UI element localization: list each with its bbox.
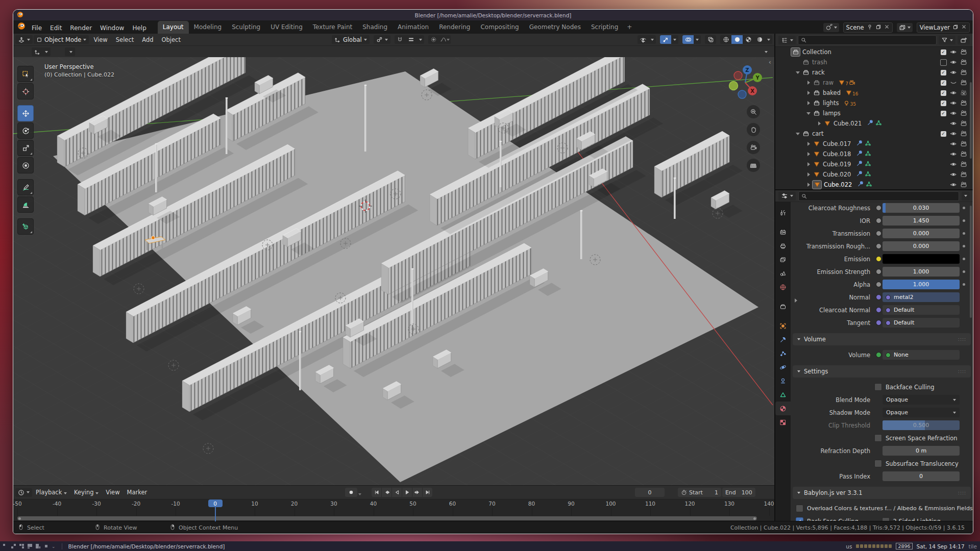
tool-move[interactable] xyxy=(17,105,34,121)
exclude-checkbox[interactable]: ✓ xyxy=(938,48,948,56)
properties-tab-output[interactable] xyxy=(775,239,791,253)
workspace-tab-modeling[interactable]: Modeling xyxy=(189,21,227,34)
workspace-tab-animation[interactable]: Animation xyxy=(393,21,434,34)
tool-select-box[interactable] xyxy=(17,66,34,82)
tray-icon-7[interactable] xyxy=(880,544,884,548)
section-header-babylon-js-ver-3-3-1[interactable]: Babylon.js ver 3.3.1:::: xyxy=(793,487,971,499)
xray-toggle[interactable] xyxy=(705,35,716,44)
workspace-tab-layout[interactable]: Layout xyxy=(158,21,189,34)
window-titlebar[interactable]: Blender [/home/amalie/Desktop/blender/se… xyxy=(13,10,973,20)
tool-cursor[interactable] xyxy=(17,83,34,99)
outliner-row-lights[interactable]: lights35✓ xyxy=(775,98,973,108)
hide-eye-icon[interactable] xyxy=(948,140,959,147)
options-dropdown[interactable] xyxy=(760,47,770,56)
disclosure-closed-icon[interactable] xyxy=(805,152,812,156)
end-frame-field[interactable]: End100 xyxy=(722,488,755,497)
timeline-editor-type-button[interactable] xyxy=(15,488,32,497)
properties-tab-texture[interactable] xyxy=(775,415,791,429)
keyframe-slot[interactable] xyxy=(960,245,968,247)
color-swatch[interactable] xyxy=(883,254,960,264)
disclosure-closed-icon[interactable] xyxy=(805,162,812,166)
remove-viewlayer-icon[interactable] xyxy=(961,24,967,31)
workspace-tab-compositing[interactable]: Compositing xyxy=(475,21,524,34)
play-button[interactable] xyxy=(402,488,412,497)
timeline-menu-playback[interactable]: Playback xyxy=(32,488,70,497)
hide-eye-icon[interactable] xyxy=(948,171,959,178)
disable-render-camera-icon[interactable] xyxy=(959,48,969,56)
blender-menu-icon[interactable] xyxy=(17,22,26,32)
link-field[interactable]: Default xyxy=(883,318,960,328)
browse-viewlayer-button[interactable] xyxy=(897,23,913,32)
show-gizmo-toggle[interactable] xyxy=(660,35,671,44)
unlink-scene-icon[interactable] xyxy=(884,24,890,31)
menu-file[interactable]: File xyxy=(28,23,46,33)
tool-rotate[interactable] xyxy=(17,122,34,139)
number-field[interactable]: 0 m xyxy=(883,446,960,456)
timeline-menu-marker[interactable]: Marker xyxy=(124,488,151,497)
keyboard-layout-indicator[interactable]: us xyxy=(846,543,852,549)
node-socket[interactable] xyxy=(874,218,883,223)
dropdown-field[interactable]: Opaque xyxy=(883,408,960,417)
socket-dot-purple[interactable] xyxy=(876,294,881,300)
navigation-gizmo[interactable]: Z Y X xyxy=(727,64,764,101)
properties-tab-scene[interactable] xyxy=(775,266,791,280)
node-socket[interactable] xyxy=(874,205,883,211)
autokey-chevron[interactable] xyxy=(358,488,361,497)
properties-tab-collection[interactable] xyxy=(775,299,791,313)
link-field[interactable]: Default xyxy=(883,305,960,315)
workspace-tab-uv-editing[interactable]: UV Editing xyxy=(265,21,308,34)
timeline-menu-view[interactable]: View xyxy=(102,488,123,497)
socket-dot-gray[interactable] xyxy=(876,231,881,236)
workspace-tab-rendering[interactable]: Rendering xyxy=(434,21,475,34)
timeline-playhead[interactable]: 0 xyxy=(208,499,223,507)
value-slider[interactable]: 0.000 xyxy=(883,229,960,238)
orthographic-toggle-button[interactable] xyxy=(747,159,760,172)
disable-render-camera-icon[interactable] xyxy=(959,140,969,147)
play-reverse-button[interactable] xyxy=(392,488,402,497)
link-field[interactable]: None xyxy=(883,350,960,360)
expand-arrow-icon[interactable] xyxy=(795,295,797,305)
hide-eye-icon[interactable] xyxy=(948,99,959,107)
disable-render-camera-icon[interactable] xyxy=(959,130,969,137)
editor-type-button[interactable] xyxy=(15,35,33,44)
disable-render-camera-icon[interactable] xyxy=(959,59,969,66)
snap-chevron[interactable] xyxy=(417,35,424,44)
section-header-settings[interactable]: Settings:::: xyxy=(793,365,971,378)
show-overlays-toggle[interactable] xyxy=(682,35,694,44)
tray-icon-8[interactable] xyxy=(885,544,888,548)
tool-annotate[interactable] xyxy=(17,179,34,195)
outliner-filter-button[interactable] xyxy=(939,36,955,44)
camera-view-button[interactable] xyxy=(747,141,760,154)
properties-tab-tool[interactable] xyxy=(775,206,791,219)
workspace-tab-scripting[interactable]: Scripting xyxy=(586,21,623,34)
socket-dot-purple[interactable] xyxy=(876,307,881,313)
timeline-ruler[interactable]: -50-40-30-20-100102030405060708090100110… xyxy=(13,499,774,521)
exclude-checkbox[interactable]: ✓ xyxy=(938,110,948,117)
shading-solid-button[interactable] xyxy=(731,35,743,44)
disable-render-camera-icon[interactable] xyxy=(959,99,969,107)
disable-render-camera-icon[interactable] xyxy=(959,89,969,96)
hide-eye-icon[interactable] xyxy=(948,151,959,158)
keyframe-dot[interactable] xyxy=(963,207,965,209)
disclosure-closed-icon[interactable] xyxy=(805,172,812,177)
sidebar-collapse-icon[interactable]: ‹ xyxy=(769,58,771,66)
hide-eye-icon[interactable] xyxy=(948,161,959,168)
new-viewlayer-icon[interactable] xyxy=(952,24,959,32)
keyframe-dot[interactable] xyxy=(963,283,965,286)
tool-measure[interactable] xyxy=(17,196,34,213)
hide-eye-icon[interactable] xyxy=(948,110,959,117)
outliner-search-input[interactable] xyxy=(798,35,937,45)
disable-render-camera-icon[interactable] xyxy=(959,120,969,127)
keyframe-slot[interactable] xyxy=(960,232,968,235)
previous-keyframe-button[interactable] xyxy=(382,488,391,497)
outliner-row-raw[interactable]: raw7✓ xyxy=(775,78,973,88)
current-frame-field[interactable]: 0 xyxy=(635,488,665,497)
properties-tab-physics[interactable] xyxy=(775,360,791,374)
workspace-icon-5[interactable] xyxy=(36,544,40,548)
node-socket[interactable] xyxy=(874,243,883,249)
viewport-canvas[interactable]: User Perspective (0) Collection | Cube.0… xyxy=(13,57,774,486)
viewport-menu-view[interactable]: View xyxy=(90,35,111,44)
browse-scene-button[interactable] xyxy=(823,23,839,32)
outliner-row-rack[interactable]: rack✓ xyxy=(775,67,973,78)
tool-scale[interactable] xyxy=(17,140,34,156)
